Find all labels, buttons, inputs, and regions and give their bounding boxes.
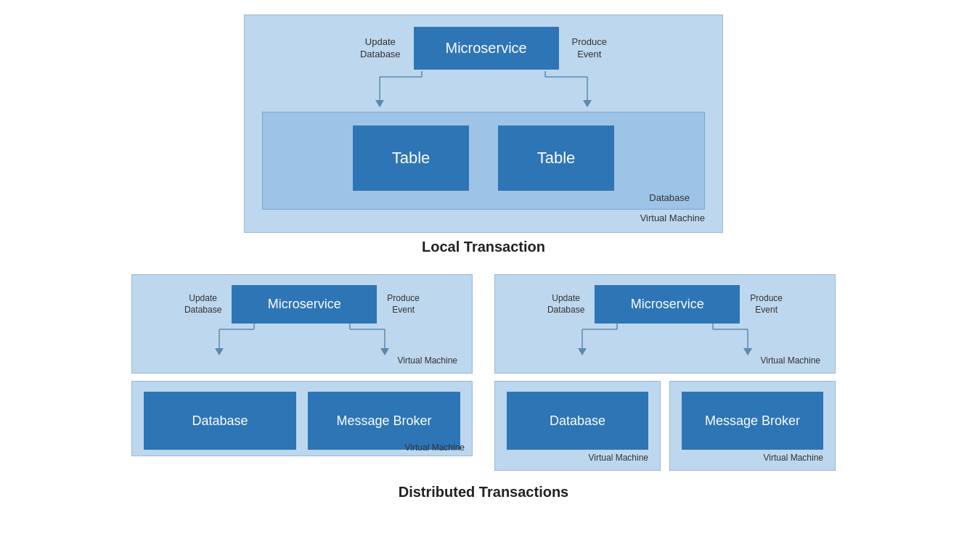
svg-marker-23	[743, 348, 752, 355]
dist-left-vm-top-label: Virtual Machine	[147, 355, 457, 366]
dist-right-db-box: Database	[507, 392, 648, 450]
dist-left-broker-box: Message Broker	[308, 392, 460, 450]
dist-left-arrows-svg	[147, 324, 457, 354]
svg-marker-3	[375, 100, 384, 107]
dist-right-bottom-row: Database Virtual Machine Message Broker …	[494, 381, 836, 471]
table-box-1: Table	[353, 125, 469, 191]
dist-right-vm-top-label: Virtual Machine	[510, 355, 820, 366]
dist-right-update-label: UpdateDatabase	[547, 293, 584, 316]
dist-left-broker-wrapper: Message Broker	[308, 392, 460, 450]
dist-right-arrows-wrapper	[510, 324, 820, 354]
local-vm-outer: UpdateDatabase Microservice ProduceEvent	[244, 15, 723, 233]
produce-event-label-top: ProduceEvent	[572, 36, 607, 61]
dist-right-microservice: Microservice	[595, 285, 740, 324]
svg-marker-7	[583, 100, 592, 107]
svg-marker-11	[215, 348, 224, 355]
dist-right-vm-db: Database Virtual Machine	[494, 381, 661, 471]
local-transaction-section: UpdateDatabase Microservice ProduceEvent	[244, 15, 723, 268]
local-db-label: Database	[277, 192, 690, 203]
distributed-section: UpdateDatabase Microservice ProduceEvent	[131, 274, 836, 471]
dist-left-produce-label: ProduceEvent	[387, 293, 420, 316]
dist-left-vm-top: UpdateDatabase Microservice ProduceEvent	[131, 274, 473, 374]
dist-right-column: UpdateDatabase Microservice ProduceEvent	[494, 274, 836, 471]
main-diagram: UpdateDatabase Microservice ProduceEvent	[15, 15, 952, 501]
dist-left-vm-bottom-label: Virtual Machine	[405, 442, 465, 453]
dist-left-update-label: UpdateDatabase	[184, 293, 221, 316]
dist-right-arrows-svg	[510, 324, 820, 354]
dist-left-column: UpdateDatabase Microservice ProduceEvent	[131, 274, 473, 456]
microservice-box-top: Microservice	[414, 27, 559, 70]
update-database-label-top: UpdateDatabase	[360, 36, 401, 61]
tables-row: Table Table	[277, 125, 690, 191]
dist-right-broker-box: Message Broker	[682, 392, 823, 450]
svg-marker-15	[380, 348, 389, 355]
dist-left-microservice: Microservice	[232, 285, 377, 324]
dist-right-vm-broker: Message Broker Virtual Machine	[669, 381, 836, 471]
dist-right-vm-top: UpdateDatabase Microservice ProduceEvent	[494, 274, 836, 374]
dist-left-vm-bottom: Database Message Broker Virtual Machine	[131, 381, 473, 456]
dist-right-vm-db-label: Virtual Machine	[507, 453, 648, 463]
svg-marker-19	[578, 348, 587, 355]
arrows-top-svg-wrapper	[262, 71, 705, 106]
table-box-2: Table	[498, 125, 614, 191]
dist-left-db-wrapper: Database	[144, 392, 296, 450]
local-transaction-title: Local Transaction	[422, 239, 545, 255]
local-vm-label: Virtual Machine	[262, 213, 705, 223]
arrows-top-svg	[262, 71, 705, 106]
distributed-title: Distributed Transactions	[399, 484, 569, 501]
local-db-inner: Table Table Database	[262, 112, 705, 210]
dist-right-vm-broker-label: Virtual Machine	[682, 453, 823, 463]
dist-left-db-box: Database	[144, 392, 296, 450]
dist-right-produce-label: ProduceEvent	[750, 293, 783, 316]
dist-left-arrows-wrapper	[147, 324, 457, 354]
